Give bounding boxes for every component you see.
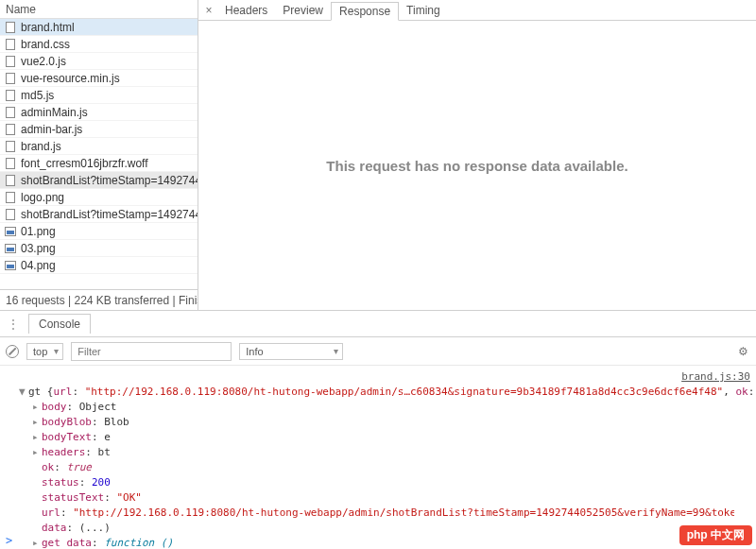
file-row[interactable]: brand.js bbox=[0, 138, 198, 155]
prop-ok[interactable]: ok: true bbox=[6, 460, 756, 475]
console-prompt[interactable]: > bbox=[6, 534, 12, 547]
document-icon bbox=[4, 72, 17, 85]
document-icon bbox=[4, 174, 17, 187]
file-name: 01.png bbox=[21, 225, 56, 238]
prop-bodyText[interactable]: ▸bodyText: e bbox=[6, 430, 756, 445]
file-name: 04.png bbox=[21, 259, 56, 272]
document-icon bbox=[4, 191, 17, 204]
prop-headers[interactable]: ▸headers: bt bbox=[6, 445, 756, 460]
source-link[interactable]: brand.js:30 bbox=[6, 369, 756, 385]
file-row[interactable]: logo.png bbox=[0, 189, 198, 206]
watermark-badge: php 中文网 bbox=[679, 525, 752, 545]
file-name: vue2.0.js bbox=[21, 55, 66, 68]
file-name: md5.js bbox=[21, 89, 54, 102]
image-icon bbox=[4, 225, 17, 238]
console-output: brand.js:30 ▼gt {url: "http://192.168.0.… bbox=[0, 366, 756, 549]
file-row[interactable]: font_crresm016jbrzfr.woff bbox=[0, 155, 198, 172]
log-level-selector[interactable]: Info bbox=[239, 343, 343, 360]
document-icon bbox=[4, 157, 17, 170]
close-icon[interactable]: × bbox=[202, 4, 215, 17]
console-filter-bar: top Info ⚙ bbox=[0, 337, 756, 366]
console-drawer-header: ⋮ Console bbox=[0, 311, 756, 337]
prop-body[interactable]: ▸body: Object bbox=[6, 400, 756, 415]
prop-status[interactable]: status: 200 bbox=[6, 475, 756, 490]
clear-console-icon[interactable] bbox=[6, 345, 19, 358]
file-name: brand.html bbox=[21, 21, 75, 34]
file-row[interactable]: brand.css bbox=[0, 36, 198, 53]
drawer-menu-icon[interactable]: ⋮ bbox=[4, 317, 23, 331]
detail-tabs: × HeadersPreviewResponseTiming bbox=[198, 0, 756, 21]
file-name: shotBrandList?timeStamp=1492744405.. bbox=[21, 208, 198, 221]
tab-response[interactable]: Response bbox=[331, 2, 399, 21]
file-name: vue-resource.min.js bbox=[21, 72, 120, 85]
network-request-list: Name brand.htmlbrand.cssvue2.0.jsvue-res… bbox=[0, 0, 198, 310]
file-row[interactable]: shotBrandList?timeStamp=1492744405.. bbox=[0, 172, 198, 189]
file-name: shotBrandList?timeStamp=1492744405.. bbox=[21, 174, 198, 187]
file-name: logo.png bbox=[21, 191, 64, 204]
prop-url[interactable]: url: "http://192.168.0.119:8080/ht-huton… bbox=[6, 506, 756, 521]
file-list: brand.htmlbrand.cssvue2.0.jsvue-resource… bbox=[0, 19, 198, 289]
file-name: font_crresm016jbrzfr.woff bbox=[21, 157, 148, 170]
prop-bodyBlob[interactable]: ▸bodyBlob: Blob bbox=[6, 415, 756, 430]
tab-preview[interactable]: Preview bbox=[275, 2, 331, 19]
image-icon bbox=[4, 259, 17, 272]
prop-data[interactable]: data: (...) bbox=[6, 521, 756, 536]
file-row[interactable]: brand.html bbox=[0, 19, 198, 36]
file-name: brand.css bbox=[21, 38, 70, 51]
document-icon bbox=[4, 123, 17, 136]
file-row[interactable]: 04.png bbox=[0, 257, 198, 274]
file-name: 03.png bbox=[21, 242, 56, 255]
tab-timing[interactable]: Timing bbox=[399, 2, 448, 19]
file-name: brand.js bbox=[21, 140, 61, 153]
file-row[interactable]: vue2.0.js bbox=[0, 53, 198, 70]
file-row[interactable]: admin-bar.js bbox=[0, 121, 198, 138]
tab-console[interactable]: Console bbox=[28, 314, 91, 334]
context-selector[interactable]: top bbox=[26, 343, 63, 360]
document-icon bbox=[4, 89, 17, 102]
network-status-bar: 16 requests | 224 KB transferred | Finis… bbox=[0, 289, 198, 310]
document-icon bbox=[4, 106, 17, 119]
filter-input[interactable] bbox=[71, 342, 232, 361]
file-row[interactable]: md5.js bbox=[0, 87, 198, 104]
file-row[interactable]: vue-resource.min.js bbox=[0, 70, 198, 87]
response-empty-message: This request has no response data availa… bbox=[198, 21, 756, 310]
document-icon bbox=[4, 55, 17, 68]
file-row[interactable]: adminMain.js bbox=[0, 104, 198, 121]
file-row[interactable]: shotBrandList?timeStamp=1492744405.. bbox=[0, 206, 198, 223]
image-icon bbox=[4, 242, 17, 255]
request-detail-panel: × HeadersPreviewResponseTiming This requ… bbox=[198, 0, 756, 310]
document-icon bbox=[4, 38, 17, 51]
file-name: admin-bar.js bbox=[21, 123, 82, 136]
file-name: adminMain.js bbox=[21, 106, 88, 119]
prop-get-data[interactable]: ▸get data: function () bbox=[6, 536, 756, 549]
log-object-summary[interactable]: ▼gt {url: "http://192.168.0.119:8080/ht-… bbox=[6, 385, 756, 400]
document-icon bbox=[4, 140, 17, 153]
name-column-header[interactable]: Name bbox=[0, 0, 198, 19]
tab-headers[interactable]: Headers bbox=[217, 2, 275, 19]
document-icon bbox=[4, 208, 17, 221]
gear-icon[interactable]: ⚙ bbox=[735, 345, 750, 358]
prop-statusText[interactable]: statusText: "OK" bbox=[6, 490, 756, 506]
file-row[interactable]: 03.png bbox=[0, 240, 198, 257]
document-icon bbox=[4, 21, 17, 34]
file-row[interactable]: 01.png bbox=[0, 223, 198, 240]
